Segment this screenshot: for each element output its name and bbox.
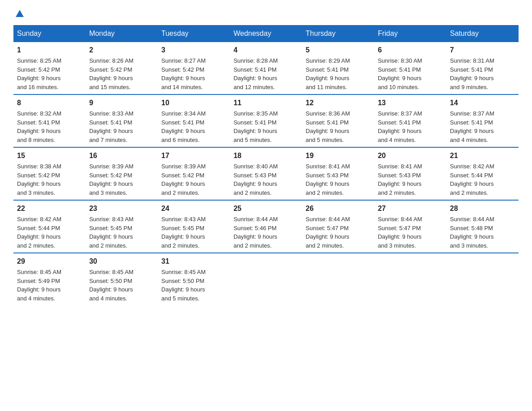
day-info: Sunrise: 8:45 AM Sunset: 5:50 PM Dayligh… [161,268,226,303]
calendar-week-row: 1Sunrise: 8:25 AM Sunset: 5:42 PM Daylig… [13,42,519,94]
calendar-cell: 13Sunrise: 8:37 AM Sunset: 5:41 PM Dayli… [374,94,446,147]
calendar-cell: 19Sunrise: 8:41 AM Sunset: 5:43 PM Dayli… [302,147,374,200]
calendar-cell: 23Sunrise: 8:43 AM Sunset: 5:45 PM Dayli… [86,200,158,253]
calendar-cell [230,253,302,305]
calendar-cell: 30Sunrise: 8:45 AM Sunset: 5:50 PM Dayli… [86,253,158,305]
day-number: 20 [378,150,443,161]
day-info: Sunrise: 8:43 AM Sunset: 5:45 PM Dayligh… [89,215,154,250]
day-number: 1 [17,45,82,56]
day-number: 2 [89,45,154,56]
calendar-week-row: 29Sunrise: 8:45 AM Sunset: 5:49 PM Dayli… [13,253,519,305]
day-number: 6 [378,45,443,56]
calendar-cell: 15Sunrise: 8:38 AM Sunset: 5:42 PM Dayli… [13,147,86,200]
calendar-header-wednesday: Wednesday [230,25,302,42]
day-info: Sunrise: 8:40 AM Sunset: 5:43 PM Dayligh… [233,162,298,197]
day-number: 15 [17,150,82,161]
calendar-cell: 24Sunrise: 8:43 AM Sunset: 5:45 PM Dayli… [158,200,230,253]
page-header [13,9,519,21]
day-number: 14 [450,98,515,108]
day-number: 18 [233,150,298,161]
day-info: Sunrise: 8:29 AM Sunset: 5:41 PM Dayligh… [306,56,371,91]
calendar-cell: 18Sunrise: 8:40 AM Sunset: 5:43 PM Dayli… [230,147,302,200]
day-number: 26 [306,203,371,214]
day-info: Sunrise: 8:37 AM Sunset: 5:41 PM Dayligh… [378,109,443,144]
calendar-cell: 21Sunrise: 8:42 AM Sunset: 5:44 PM Dayli… [446,147,519,200]
day-number: 12 [306,98,371,108]
day-info: Sunrise: 8:34 AM Sunset: 5:41 PM Dayligh… [161,109,226,144]
day-info: Sunrise: 8:35 AM Sunset: 5:41 PM Dayligh… [233,109,298,144]
day-info: Sunrise: 8:28 AM Sunset: 5:41 PM Dayligh… [233,56,298,91]
day-number: 3 [161,45,226,56]
day-number: 25 [233,203,298,214]
day-info: Sunrise: 8:45 AM Sunset: 5:50 PM Dayligh… [89,268,154,303]
day-info: Sunrise: 8:45 AM Sunset: 5:49 PM Dayligh… [17,268,82,303]
calendar-header-monday: Monday [86,25,158,42]
calendar-header-sunday: Sunday [13,25,86,42]
day-info: Sunrise: 8:31 AM Sunset: 5:41 PM Dayligh… [450,56,515,91]
calendar-week-row: 22Sunrise: 8:42 AM Sunset: 5:44 PM Dayli… [13,200,519,253]
day-info: Sunrise: 8:37 AM Sunset: 5:41 PM Dayligh… [450,109,515,144]
calendar-cell: 4Sunrise: 8:28 AM Sunset: 5:41 PM Daylig… [230,42,302,94]
logo [13,9,25,21]
day-number: 11 [233,98,298,108]
day-info: Sunrise: 8:44 AM Sunset: 5:46 PM Dayligh… [233,215,298,250]
calendar-header-friday: Friday [374,25,446,42]
calendar-cell: 1Sunrise: 8:25 AM Sunset: 5:42 PM Daylig… [13,42,86,94]
calendar-header-saturday: Saturday [446,25,519,42]
calendar-week-row: 15Sunrise: 8:38 AM Sunset: 5:42 PM Dayli… [13,147,519,200]
day-info: Sunrise: 8:26 AM Sunset: 5:42 PM Dayligh… [89,56,154,91]
calendar-cell: 27Sunrise: 8:44 AM Sunset: 5:47 PM Dayli… [374,200,446,253]
svg-marker-0 [16,10,24,17]
day-number: 9 [89,98,154,108]
day-info: Sunrise: 8:44 AM Sunset: 5:47 PM Dayligh… [306,215,371,250]
day-info: Sunrise: 8:43 AM Sunset: 5:45 PM Dayligh… [161,215,226,250]
day-number: 29 [17,256,82,267]
calendar-cell: 9Sunrise: 8:33 AM Sunset: 5:41 PM Daylig… [86,94,158,147]
calendar-cell: 10Sunrise: 8:34 AM Sunset: 5:41 PM Dayli… [158,94,230,147]
day-number: 31 [161,256,226,267]
day-info: Sunrise: 8:41 AM Sunset: 5:43 PM Dayligh… [306,162,371,197]
calendar-cell [302,253,374,305]
day-number: 17 [161,150,226,161]
calendar-cell: 20Sunrise: 8:41 AM Sunset: 5:43 PM Dayli… [374,147,446,200]
calendar-header-thursday: Thursday [302,25,374,42]
calendar-cell: 31Sunrise: 8:45 AM Sunset: 5:50 PM Dayli… [158,253,230,305]
logo-triangle-icon [15,9,25,19]
day-info: Sunrise: 8:36 AM Sunset: 5:41 PM Dayligh… [306,109,371,144]
calendar-cell: 28Sunrise: 8:44 AM Sunset: 5:48 PM Dayli… [446,200,519,253]
day-info: Sunrise: 8:44 AM Sunset: 5:48 PM Dayligh… [450,215,515,250]
day-info: Sunrise: 8:39 AM Sunset: 5:42 PM Dayligh… [161,162,226,197]
day-info: Sunrise: 8:39 AM Sunset: 5:42 PM Dayligh… [89,162,154,197]
day-number: 19 [306,150,371,161]
day-number: 8 [17,98,82,108]
calendar-cell: 5Sunrise: 8:29 AM Sunset: 5:41 PM Daylig… [302,42,374,94]
day-number: 27 [378,203,443,214]
calendar-cell: 6Sunrise: 8:30 AM Sunset: 5:41 PM Daylig… [374,42,446,94]
calendar-cell: 17Sunrise: 8:39 AM Sunset: 5:42 PM Dayli… [158,147,230,200]
day-info: Sunrise: 8:44 AM Sunset: 5:47 PM Dayligh… [378,215,443,250]
day-number: 22 [17,203,82,214]
calendar-cell: 14Sunrise: 8:37 AM Sunset: 5:41 PM Dayli… [446,94,519,147]
calendar-cell [446,253,519,305]
day-info: Sunrise: 8:32 AM Sunset: 5:41 PM Dayligh… [17,109,82,144]
day-number: 24 [161,203,226,214]
calendar-cell: 12Sunrise: 8:36 AM Sunset: 5:41 PM Dayli… [302,94,374,147]
day-info: Sunrise: 8:42 AM Sunset: 5:44 PM Dayligh… [17,215,82,250]
day-info: Sunrise: 8:38 AM Sunset: 5:42 PM Dayligh… [17,162,82,197]
day-number: 10 [161,98,226,108]
day-number: 4 [233,45,298,56]
day-number: 30 [89,256,154,267]
calendar-cell: 7Sunrise: 8:31 AM Sunset: 5:41 PM Daylig… [446,42,519,94]
day-info: Sunrise: 8:30 AM Sunset: 5:41 PM Dayligh… [378,56,443,91]
day-number: 21 [450,150,515,161]
day-number: 13 [378,98,443,108]
day-number: 16 [89,150,154,161]
calendar-cell: 22Sunrise: 8:42 AM Sunset: 5:44 PM Dayli… [13,200,86,253]
day-number: 7 [450,45,515,56]
calendar-header-tuesday: Tuesday [158,25,230,42]
calendar-cell: 8Sunrise: 8:32 AM Sunset: 5:41 PM Daylig… [13,94,86,147]
calendar-cell: 26Sunrise: 8:44 AM Sunset: 5:47 PM Dayli… [302,200,374,253]
calendar-table: SundayMondayTuesdayWednesdayThursdayFrid… [13,25,519,305]
day-number: 5 [306,45,371,56]
calendar-cell: 16Sunrise: 8:39 AM Sunset: 5:42 PM Dayli… [86,147,158,200]
